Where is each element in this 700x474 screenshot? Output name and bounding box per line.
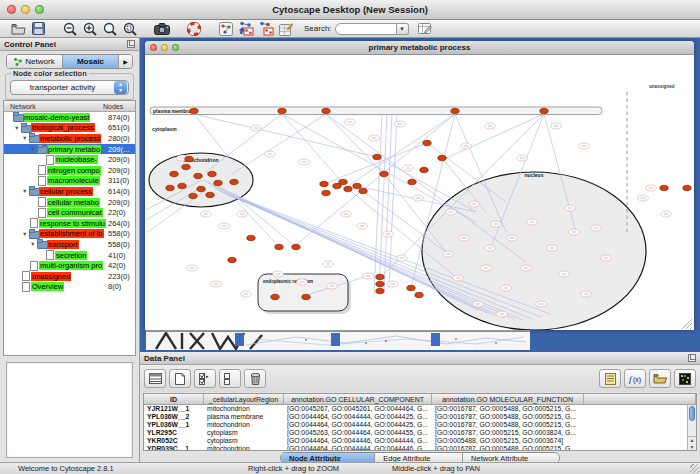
network-window-titlebar[interactable]: primary metabolic process (145, 41, 694, 55)
tree-row[interactable]: mosaic-demo-yeast874(0) (4, 112, 135, 123)
network-node[interactable] (415, 292, 423, 297)
table-icon[interactable] (144, 369, 166, 388)
tree-row[interactable]: ▼metabolic process280(0) (4, 133, 135, 144)
heatmap-icon[interactable] (674, 369, 696, 388)
network-node[interactable] (408, 179, 416, 184)
network-node[interactable] (376, 281, 384, 286)
network-node[interactable] (292, 244, 300, 249)
background-windows-strip[interactable] (146, 330, 530, 350)
network-node[interactable] (660, 185, 668, 190)
attribute-table-header[interactable]: ID _cellularLayoutRegion annotation.GO C… (144, 394, 696, 405)
tree-row[interactable]: response to stimulu264(0) (4, 218, 135, 229)
tree-row[interactable]: Overview8(0) (4, 282, 135, 293)
save-icon[interactable] (28, 21, 48, 37)
float-data-panel-icon[interactable] (688, 354, 696, 362)
network-node[interactable] (322, 190, 330, 195)
network-node[interactable] (540, 108, 548, 113)
network-node[interactable] (182, 164, 190, 169)
expand-arrow-icon[interactable]: ▼ (30, 146, 37, 152)
tree-row[interactable]: secretion41(0) (4, 250, 135, 261)
network-node[interactable] (271, 294, 279, 299)
snapshot-camera-icon[interactable] (152, 21, 172, 37)
network-tree-header[interactable]: Network Nodes (4, 101, 135, 112)
tree-row[interactable]: ▼establishment of lo558(0) (4, 229, 135, 240)
network-node[interactable] (170, 171, 178, 176)
table-row[interactable]: YPL036W__1mitochondrion[GO:0044464, GO:0… (144, 421, 696, 429)
node-color-dropdown[interactable]: transporter activity ▲▼ (10, 80, 129, 95)
network-node[interactable] (380, 171, 388, 176)
network-node[interactable] (214, 180, 222, 185)
tree-row[interactable]: ▼transport558(0) (4, 239, 135, 250)
tree-row[interactable]: cell communicat22(0) (4, 207, 135, 218)
network-node[interactable] (451, 108, 459, 113)
network-node[interactable] (359, 188, 367, 193)
scrollbar-thumb[interactable] (689, 406, 695, 421)
tab-overflow-arrow-icon[interactable]: ▶ (119, 55, 132, 68)
table-row[interactable]: YPL036W__2plasma membrane[GO:0044464, GO… (144, 413, 696, 421)
float-panel-icon[interactable] (127, 40, 135, 48)
import-network-icon[interactable] (236, 21, 256, 37)
import-table-icon[interactable] (256, 21, 276, 37)
network-node[interactable] (438, 155, 446, 160)
expand-arrow-icon[interactable]: ▼ (14, 125, 21, 131)
network-node[interactable] (194, 173, 202, 178)
expand-arrow-icon[interactable]: ▼ (22, 188, 29, 194)
network-canvas-svg[interactable]: plasma membrane cytoplasm mitochondrion … (146, 55, 693, 330)
import-attributes-folder-icon[interactable] (649, 369, 671, 388)
search-dropdown-arrow-icon[interactable]: ▼ (397, 23, 409, 35)
canvas-resize-grip[interactable] (682, 319, 692, 329)
table-row[interactable]: YJR121W__1mitochondrion[GO:0045267, GO:0… (144, 405, 696, 413)
network-node[interactable] (275, 244, 283, 249)
table-vertical-scrollbar[interactable]: ▲▼ (687, 405, 696, 450)
network-view-window[interactable]: primary metabolic process plasma membran… (145, 41, 694, 330)
network-node[interactable] (247, 235, 255, 240)
tree-row[interactable]: ▼biological_process651(0) (4, 123, 135, 134)
network-node[interactable] (683, 185, 691, 190)
new-document-icon[interactable] (169, 369, 191, 388)
tree-row[interactable]: macromolecule311(0) (4, 176, 135, 187)
network-node[interactable] (166, 185, 174, 190)
network-node[interactable] (208, 171, 216, 176)
network-node[interactable] (189, 193, 197, 198)
tree-row[interactable]: cellular metabo209(0) (4, 197, 135, 208)
network-node[interactable] (353, 183, 361, 188)
notepad-icon[interactable] (599, 369, 621, 388)
table-row[interactable]: YKR052Ccytoplasm[GO:0044464, GO:0044446,… (144, 437, 696, 445)
scrollbar-arrows[interactable]: ▲▼ (688, 436, 696, 450)
annotation-icon[interactable] (216, 21, 236, 37)
open-folder-icon[interactable] (8, 21, 28, 37)
expand-arrow-icon[interactable]: ▼ (22, 135, 29, 141)
app-titlebar[interactable]: Cytoscape Desktop (New Session) (0, 0, 700, 20)
network-node[interactable] (320, 181, 328, 186)
delete-attribute-trash-icon[interactable] (244, 369, 266, 388)
network-node[interactable] (376, 274, 384, 279)
tree-row[interactable]: nitrogen compo209(0) (4, 165, 135, 176)
expand-arrow-icon[interactable]: ▼ (22, 231, 29, 237)
window-resize-grip[interactable] (690, 464, 699, 473)
network-node[interactable] (423, 140, 431, 145)
tree-row[interactable]: unassigned223(0) (4, 271, 135, 282)
tree-row[interactable]: ▼primary metabo209(... (4, 144, 135, 155)
network-node[interactable] (344, 186, 352, 191)
zoom-selected-icon[interactable] (100, 21, 120, 37)
zoom-out-icon[interactable] (60, 21, 80, 37)
edit-search-index-icon[interactable] (415, 21, 435, 37)
network-node[interactable] (206, 192, 214, 197)
help-lifesaver-icon[interactable] (184, 21, 204, 37)
network-node[interactable] (322, 108, 330, 113)
table-row[interactable]: YDR039C__1mitochondrion[GO:0044464, GO:0… (144, 445, 696, 451)
network-node[interactable] (420, 167, 428, 172)
network-node[interactable] (302, 294, 310, 299)
table-row[interactable]: YLR295Ccytoplasm[GO:0045263, GO:0044464,… (144, 429, 696, 437)
birdseye-view-panel[interactable] (6, 362, 133, 458)
zoom-in-icon[interactable] (80, 21, 100, 37)
zoom-fit-icon[interactable] (120, 21, 140, 37)
network-node[interactable] (278, 108, 286, 113)
network-node[interactable] (185, 156, 193, 161)
network-node[interactable] (407, 285, 415, 290)
tab-network[interactable]: Network (7, 55, 63, 68)
network-node[interactable] (197, 186, 205, 191)
tab-mosaic[interactable]: Mosaic (63, 55, 119, 68)
network-node[interactable] (230, 179, 238, 184)
network-node[interactable] (190, 108, 198, 113)
